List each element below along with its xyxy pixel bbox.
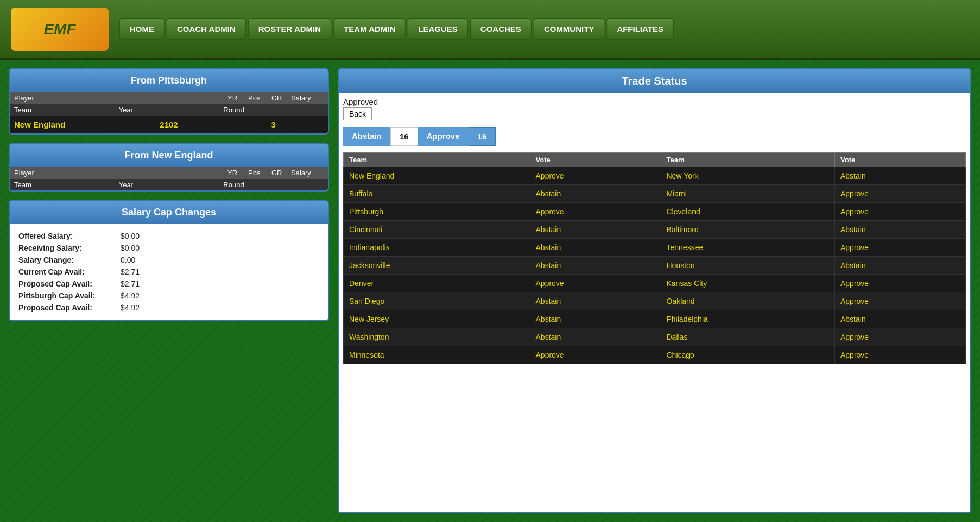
- vote-team1: San Diego: [344, 292, 530, 310]
- from-new-england-header: From New England: [10, 144, 328, 167]
- back-button[interactable]: Back: [343, 107, 372, 120]
- ne-row-sub-header: Team Year Round: [10, 179, 328, 190]
- trade-round: 3: [223, 120, 324, 129]
- trade-status-body: Approved Back Abstain 16 Approve 16 Team…: [339, 93, 970, 512]
- abstain-label: Abstain: [343, 127, 390, 146]
- salary-value-2: 0.00: [121, 256, 135, 264]
- from-pittsburgh-header: From Pittsburgh: [10, 69, 328, 92]
- salary-label-1: Receiving Salary:: [18, 244, 116, 252]
- vote-table-row: BuffaloAbstainMiamiApprove: [344, 185, 966, 203]
- vote-vote1: Approve: [530, 346, 661, 364]
- vote-vote1: Abstain: [530, 310, 661, 328]
- vote-table-row: DenverApproveKansas CityApprove: [344, 275, 966, 292]
- yr-col-label: YR: [227, 94, 244, 102]
- vote-vote1: Abstain: [530, 257, 661, 275]
- vote-team1: Minnesota: [344, 346, 530, 364]
- salary-col-label: Salary: [291, 94, 324, 102]
- nav-links: HOME COACH ADMIN ROSTER ADMIN TEAM ADMIN…: [119, 18, 674, 40]
- vote-table-row: WashingtonAbstainDallasApprove: [344, 328, 966, 346]
- pittsburgh-trade-row: New England 2102 3: [10, 116, 328, 133]
- vote-table-row: San DiegoAbstainOaklandApprove: [344, 292, 966, 310]
- salary-value-0: $0.00: [121, 232, 140, 240]
- approve-count: 16: [469, 127, 496, 146]
- vote-vote2: Approve: [835, 275, 966, 292]
- vote-team1: Indianapolis: [344, 239, 530, 257]
- ne-yr-col-label: YR: [227, 169, 244, 177]
- round-sub-label: Round: [223, 106, 324, 114]
- ne-pos-col-label: Pos: [248, 169, 267, 177]
- col-team1: Team: [344, 153, 530, 167]
- ne-player-column-header: Player YR Pos GR Salary: [10, 167, 328, 179]
- vote-table-header-row: Team Vote Team Vote: [344, 153, 966, 167]
- salary-value-6: $4.92: [121, 303, 140, 312]
- ne-team-sub-label: Team: [14, 181, 115, 189]
- vote-team2: Cleveland: [661, 203, 835, 221]
- vote-table-row: MinnesotaApproveChicagoApprove: [344, 346, 966, 364]
- vote-team1: New Jersey: [344, 310, 530, 328]
- salary-label-6: Proposed Cap Avail:: [18, 303, 116, 312]
- nav-community[interactable]: COMMUNITY: [534, 18, 605, 40]
- col-vote2: Vote: [835, 153, 966, 167]
- vote-team2: Dallas: [661, 328, 835, 346]
- vote-vote2: Abstain: [835, 310, 966, 328]
- trade-team: New England: [14, 120, 115, 129]
- main-content: From Pittsburgh Player YR Pos GR Salary …: [0, 60, 980, 522]
- salary-label-0: Offered Salary:: [18, 232, 116, 240]
- vote-team2: Chicago: [661, 346, 835, 364]
- nav-affiliates[interactable]: AFFILIATES: [606, 18, 674, 40]
- salary-cap-panel: Salary Cap Changes Offered Salary: $0.00…: [9, 200, 329, 321]
- col-vote1: Vote: [530, 153, 661, 167]
- salary-row-6: Proposed Cap Avail: $4.92: [18, 302, 319, 314]
- trade-year: 2102: [119, 120, 219, 129]
- site-logo: EMF: [11, 8, 109, 51]
- vote-vote1: Abstain: [530, 239, 661, 257]
- from-pittsburgh-body: Player YR Pos GR Salary Team Year Round …: [10, 92, 328, 133]
- gr-col-label: GR: [271, 94, 287, 102]
- vote-team1: Jacksonville: [344, 257, 530, 275]
- vote-vote2: Approve: [835, 292, 966, 310]
- salary-value-4: $2.71: [121, 279, 140, 288]
- abstain-count: 16: [390, 127, 418, 146]
- nav-coaches[interactable]: COACHES: [470, 18, 532, 40]
- salary-label-4: Proposed Cap Avail:: [18, 279, 116, 288]
- pos-col-label: Pos: [248, 94, 267, 102]
- salary-value-5: $4.92: [121, 291, 140, 300]
- salary-label-3: Current Cap Avail:: [18, 268, 116, 276]
- vote-vote2: Abstain: [835, 257, 966, 275]
- vote-table-row: JacksonvilleAbstainHoustonAbstain: [344, 257, 966, 275]
- vote-table-row: PittsburghApproveClevelandApprove: [344, 203, 966, 221]
- salary-value-3: $2.71: [121, 268, 140, 276]
- vote-vote2: Approve: [835, 346, 966, 364]
- vote-vote1: Abstain: [530, 221, 661, 239]
- salary-row-5: Pittsburgh Cap Avail: $4.92: [18, 290, 319, 302]
- vote-team1: Pittsburgh: [344, 203, 530, 221]
- nav-roster-admin[interactable]: ROSTER ADMIN: [248, 18, 331, 40]
- col-team2: Team: [661, 153, 835, 167]
- nav-coach-admin[interactable]: COACH ADMIN: [167, 18, 246, 40]
- salary-row-4: Proposed Cap Avail: $2.71: [18, 278, 319, 290]
- salary-row-2: Salary Change: 0.00: [18, 254, 319, 266]
- vote-team2: Tennessee: [661, 239, 835, 257]
- ne-player-col-label: Player: [14, 169, 223, 177]
- vote-table: Team Vote Team Vote New EnglandApproveNe…: [343, 152, 966, 364]
- vote-vote1: Abstain: [530, 292, 661, 310]
- nav-leagues[interactable]: LEAGUES: [408, 18, 468, 40]
- trade-status-header: Trade Status: [339, 69, 970, 93]
- ne-gr-col-label: GR: [271, 169, 287, 177]
- nav-team-admin[interactable]: TEAM ADMIN: [333, 18, 406, 40]
- salary-label-5: Pittsburgh Cap Avail:: [18, 291, 116, 300]
- vote-vote2: Abstain: [835, 221, 966, 239]
- from-new-england-body: Player YR Pos GR Salary Team Year Round: [10, 167, 328, 190]
- left-panel: From Pittsburgh Player YR Pos GR Salary …: [9, 68, 329, 513]
- ne-round-sub-label: Round: [223, 181, 324, 189]
- vote-team1: Washington: [344, 328, 530, 346]
- player-col-label: Player: [14, 94, 223, 102]
- salary-label-2: Salary Change:: [18, 256, 116, 264]
- team-sub-label: Team: [14, 106, 115, 114]
- row-sub-header: Team Year Round: [10, 104, 328, 116]
- nav-home[interactable]: HOME: [119, 18, 165, 40]
- salary-row-3: Current Cap Avail: $2.71: [18, 266, 319, 278]
- vote-vote1: Abstain: [530, 185, 661, 203]
- vote-vote2: Approve: [835, 203, 966, 221]
- vote-table-row: New EnglandApproveNew YorkAbstain: [344, 167, 966, 185]
